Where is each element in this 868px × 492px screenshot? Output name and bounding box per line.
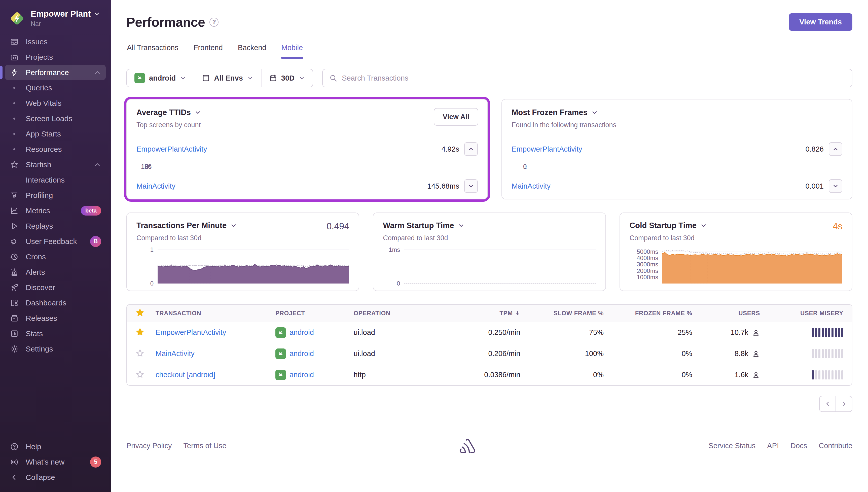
sidebar-item-alerts[interactable]: Alerts [5,264,106,280]
project-cell[interactable]: android [275,348,353,359]
transaction-link[interactable]: MainActivity [136,182,176,190]
most-frozen-frames-title[interactable]: Most Frozen Frames [512,108,842,117]
cold-startup-title[interactable]: Cold Startup Time [630,221,707,230]
transaction-link[interactable]: EmpowerPlantActivity [512,145,582,153]
project-filter[interactable]: android [127,69,194,87]
sidebar-item-interactions[interactable]: Interactions [5,172,106,188]
sidebar-item-collapse[interactable]: Collapse [5,470,106,485]
previous-page-button[interactable] [819,396,836,412]
users-cell: 1.6k [692,371,760,379]
sidebar-item-profiling[interactable]: Profiling [5,188,106,203]
sidebar-item-user-feedback[interactable]: User Feedback B [5,233,106,249]
users-cell: 8.8k [692,349,760,358]
col-transaction[interactable]: TRANSACTION [156,310,275,317]
sidebar-item-screen-loads[interactable]: Screen Loads [5,111,106,126]
sidebar-item-issues[interactable]: Issues [5,34,106,49]
org-switcher[interactable]: Empower Plant Nar [0,7,111,34]
sidebar-item-dashboards[interactable]: Dashboards [5,295,106,311]
transaction-link[interactable]: MainActivity [156,349,195,358]
terms-of-use-link[interactable]: Terms of Use [183,442,227,450]
col-frozen-frame[interactable]: FROZEN FRAME % [604,310,692,317]
service-status-link[interactable]: Service Status [708,442,756,450]
sidebar-item-web-vitals[interactable]: Web Vitals [5,95,106,111]
tab-mobile[interactable]: Mobile [281,42,303,58]
project-cell[interactable]: android [275,327,353,338]
contribute-link[interactable]: Contribute [819,442,852,450]
sidebar-item-app-starts[interactable]: App Starts [5,126,106,142]
chevron-down-icon [591,109,598,116]
warm-startup-title[interactable]: Warm Startup Time [383,221,465,230]
col-tpm[interactable]: TPM [442,310,520,317]
broadcast-icon [9,457,19,467]
sidebar-item-projects[interactable]: Projects [5,49,106,65]
gear-icon [9,344,19,354]
api-link[interactable]: API [767,442,779,450]
sidebar-item-crons[interactable]: Crons [5,249,106,264]
page-header: Performance ? View Trends All Transactio… [111,0,868,58]
view-trends-button[interactable]: View Trends [789,13,852,31]
cold-startup-value: 4s [833,221,842,232]
search-icon [329,74,337,82]
privacy-policy-link[interactable]: Privacy Policy [126,442,172,450]
siren-icon [9,267,19,277]
warm-startup-time-card: Warm Startup Time Compared to last 30d 1… [373,213,606,291]
sidebar-item-resources[interactable]: Resources [5,142,106,157]
sidebar-item-discover[interactable]: Discover [5,280,106,295]
chevron-down-icon [180,75,186,81]
transaction-link[interactable]: EmpowerPlantActivity [156,328,226,337]
bullet-icon [9,98,19,108]
sidebar-item-starfish[interactable]: Starfish [5,157,106,172]
sidebar-item-performance[interactable]: Performance [5,65,106,80]
frozen-row-empowerplantactivity: EmpowerPlantActivity 0.826 [502,136,852,162]
y-axis-labels: 10 [136,248,158,284]
view-all-button[interactable]: View All [434,108,479,126]
next-page-button[interactable] [836,396,852,412]
sort-desc-icon [515,311,520,316]
sidebar-item-metrics[interactable]: Metrics beta [5,203,106,218]
chevron-down-icon [94,10,100,17]
star-toggle[interactable] [135,349,146,359]
collapse-row-button[interactable] [829,142,842,156]
col-project[interactable]: PROJECT [275,310,353,317]
chevron-up-icon [94,69,101,76]
sidebar-item-replays[interactable]: Replays [5,218,106,233]
table-row: EmpowerPlantActivity android ui.load 0.2… [127,322,852,343]
sidebar-item-whats-new[interactable]: What's new 5 [5,454,106,470]
transaction-link[interactable]: EmpowerPlantActivity [136,145,207,153]
help-tooltip-icon[interactable]: ? [209,18,219,27]
tpm-cell: 0.206/min [442,349,520,358]
average-ttids-title[interactable]: Average TTIDs [136,108,478,117]
search-transactions-box [322,69,852,88]
expand-row-button[interactable] [464,179,478,193]
sidebar-item-releases[interactable]: Releases [5,311,106,326]
col-user-misery[interactable]: USER MISERY [760,310,843,317]
star-toggle[interactable] [135,370,146,380]
tab-frontend[interactable]: Frontend [193,42,223,58]
transaction-link[interactable]: checkout [android] [156,371,215,379]
sidebar-item-queries[interactable]: Queries [5,80,106,95]
project-cell[interactable]: android [275,370,353,380]
slow-frame-cell: 75% [520,328,604,337]
sidebar-item-help[interactable]: Help [5,439,106,454]
sidebar: Empower Plant Nar Issues Projects Perf [0,0,111,492]
sidebar-item-stats[interactable]: Stats [5,326,106,341]
col-operation[interactable]: OPERATION [353,310,442,317]
search-input[interactable] [342,74,845,82]
tab-all-transactions[interactable]: All Transactions [126,42,179,58]
star-toggle[interactable] [135,327,146,338]
tpm-cell: 0.0386/min [442,371,520,379]
collapse-row-button[interactable] [464,142,478,156]
bar-chart-icon [9,329,19,338]
tab-backend[interactable]: Backend [237,42,267,58]
col-slow-frame[interactable]: SLOW FRAME % [520,310,604,317]
docs-link[interactable]: Docs [790,442,807,450]
tpm-title[interactable]: Transactions Per Minute [136,221,237,230]
sidebar-item-settings[interactable]: Settings [5,341,106,356]
expand-row-button[interactable] [829,179,842,193]
environment-filter[interactable]: All Envs [194,69,261,87]
transaction-link[interactable]: MainActivity [512,182,551,190]
operation-cell: http [353,371,442,379]
date-range-filter[interactable]: 30D [261,69,313,87]
col-users[interactable]: USERS [692,310,760,317]
frozen-row-mainactivity: MainActivity 0.001 [502,173,852,199]
